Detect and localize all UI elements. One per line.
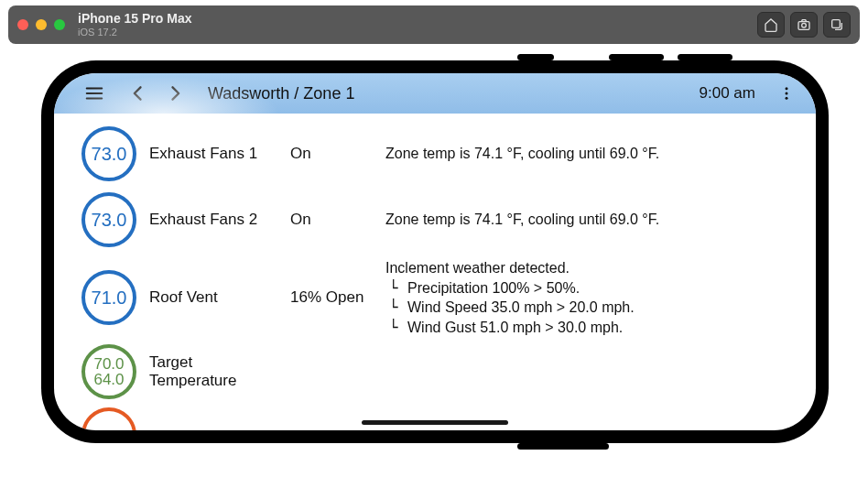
svg-point-6	[786, 87, 788, 90]
list-item[interactable]: 71.0 Roof Vent 16% Open Inclement weathe…	[54, 253, 816, 342]
side-button	[678, 54, 732, 60]
equipment-label: Exhaust Fans 2	[149, 211, 277, 229]
os-version: iOS 17.2	[78, 27, 191, 38]
equipment-label: Roof Vent	[149, 288, 277, 307]
gauge-value: 73.0	[92, 211, 127, 229]
svg-rect-2	[832, 20, 841, 28]
screenshot-button[interactable]	[790, 12, 818, 38]
page-title: Wadsworth / Zone 1	[208, 84, 354, 103]
home-indicator[interactable]	[362, 420, 508, 425]
zone-list[interactable]: 73.0 Exhaust Fans 1 On Zone temp is 74.1…	[54, 114, 816, 430]
svg-point-7	[786, 92, 788, 95]
list-item[interactable]: 73.0 Exhaust Fans 2 On Zone temp is 74.1…	[54, 187, 816, 253]
gauge-value-bottom: 64.0	[93, 372, 124, 387]
equipment-state: 16% Open	[290, 288, 373, 307]
window-controls	[17, 19, 65, 30]
simulator-toolbar: iPhone 15 Pro Max iOS 17.2	[8, 5, 860, 44]
menu-icon[interactable]	[81, 81, 107, 106]
svg-point-1	[802, 23, 807, 27]
side-button	[609, 54, 664, 60]
app-header: Wadsworth / Zone 1 9:00 am	[54, 73, 816, 114]
side-button	[517, 443, 609, 450]
rotate-button[interactable]	[823, 12, 851, 38]
phone-frame: Wadsworth / Zone 1 9:00 am 73.0 Exhaust …	[41, 60, 829, 443]
time-label: 9:00 am	[700, 84, 755, 103]
side-button	[517, 54, 554, 60]
app-screen: Wadsworth / Zone 1 9:00 am 73.0 Exhaust …	[54, 73, 816, 430]
equipment-detail: Inclement weather detected. └Precipitati…	[385, 258, 797, 337]
gauge: 73.0	[81, 192, 136, 247]
detail-line: └Wind Gust 51.0 mph > 30.0 mph.	[385, 318, 797, 338]
more-icon[interactable]	[774, 81, 799, 106]
close-window-button[interactable]	[17, 19, 28, 30]
equipment-state: On	[290, 145, 373, 163]
equipment-label: Target Temperature	[149, 353, 277, 390]
equipment-detail: Zone temp is 74.1 °F, cooling until 69.0…	[385, 144, 797, 164]
gauge-value: 71.0	[92, 288, 127, 307]
detail-line: └Precipitation 100% > 50%.	[385, 278, 797, 298]
gauge: 71.0	[81, 270, 136, 325]
svg-point-8	[786, 97, 788, 100]
home-button[interactable]	[757, 12, 785, 38]
equipment-detail: Zone temp is 74.1 °F, cooling until 69.0…	[385, 210, 797, 230]
gauge-value: 73.0	[92, 145, 127, 163]
gauge	[81, 407, 136, 430]
gauge-value-top: 70.0	[93, 356, 124, 372]
detail-line: └Wind Speed 35.0 mph > 20.0 mph.	[385, 298, 797, 318]
device-label: iPhone 15 Pro Max iOS 17.2	[78, 12, 191, 37]
back-icon[interactable]	[125, 81, 151, 106]
forward-icon[interactable]	[162, 81, 188, 106]
list-item[interactable]: 73.0 Exhaust Fans 1 On Zone temp is 74.1…	[54, 121, 816, 187]
gauge: 70.0 64.0	[81, 344, 136, 399]
list-item[interactable]	[54, 405, 816, 430]
minimize-window-button[interactable]	[36, 19, 47, 30]
device-name: iPhone 15 Pro Max	[78, 12, 191, 26]
zoom-window-button[interactable]	[54, 19, 65, 30]
equipment-state: On	[290, 211, 373, 229]
list-item[interactable]: 70.0 64.0 Target Temperature	[54, 342, 816, 405]
equipment-label: Exhaust Fans 1	[149, 145, 277, 163]
detail-line: Inclement weather detected.	[385, 258, 797, 278]
gauge: 73.0	[81, 126, 136, 181]
